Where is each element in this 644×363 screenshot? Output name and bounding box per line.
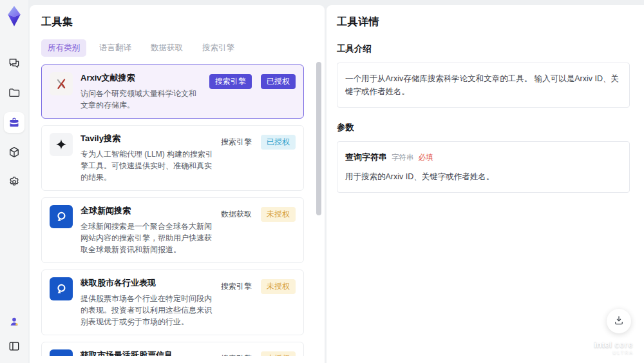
app-logo-icon xyxy=(5,5,24,27)
category-tab-0[interactable]: 所有类别 xyxy=(41,39,86,57)
tool-title: Tavily搜索 xyxy=(80,133,213,144)
tool-title: 全球新闻搜索 xyxy=(80,205,213,217)
tool-list-item[interactable]: Tavily搜索 专为人工智能代理 (LLM) 构建的搜索引擎工具。可快速提供实… xyxy=(41,125,304,191)
tool-status-badge: 已授权 xyxy=(261,74,296,89)
sparkle-icon xyxy=(50,133,73,156)
tool-category-badge: 搜索引擎 xyxy=(221,279,252,294)
category-tab-3[interactable]: 搜索引擎 xyxy=(196,39,241,57)
tools-panel: 工具集 所有类别语言翻译数据获取搜索引擎 Arxiv文献搜索 访问各个研究领域大… xyxy=(30,5,325,363)
collapse-panel-icon[interactable] xyxy=(4,336,24,357)
sidebar-item-chat[interactable] xyxy=(4,53,24,74)
category-tab-2[interactable]: 数据获取 xyxy=(144,39,189,57)
tool-status-badge: 已授权 xyxy=(261,135,296,150)
app-sidebar xyxy=(0,0,28,363)
tool-list-item[interactable]: 全球新闻搜索 全球新闻搜索是一个聚合全球各大新闻网站内容的搜索引擎，帮助用户快速… xyxy=(41,197,304,263)
tool-description: 提供股票市场各个行业在特定时间段内的表现。投资者可以利用这些信息来识别表现优于或… xyxy=(80,293,213,328)
tool-list-item[interactable]: 获取市场最活跃股票信息 提供当天交易量最高的股票列表，投资者可以利用这些信息来识… xyxy=(41,342,304,356)
intel-wordmark: intel xyxy=(594,340,612,349)
tool-status-badge: 未授权 xyxy=(261,207,296,222)
tool-list-item[interactable]: 获取股市各行业表现 提供股票市场各个行业在特定时间段内的表现。投资者可以利用这些… xyxy=(41,270,304,335)
scrollbar-track[interactable] xyxy=(316,61,321,360)
sidebar-item-folder[interactable] xyxy=(4,83,24,103)
tool-category-badge: 数据获取 xyxy=(221,207,252,222)
tool-details-panel: 工具详情 工具介绍 一个用于从Arxiv存储库搜索科学论文和文章的工具。 输入可… xyxy=(327,5,644,363)
download-button[interactable] xyxy=(607,309,631,333)
download-icon xyxy=(613,315,625,328)
tool-description: 访问各个研究领域大量科学论文和文章的存储库。 xyxy=(80,88,202,111)
q-logo-icon xyxy=(50,205,73,228)
tool-status-badge: 未授权 xyxy=(261,279,296,294)
arxiv-logo-icon xyxy=(50,72,73,95)
tool-description: 全球新闻搜索是一个聚合全球各大新闻网站内容的搜索引擎，帮助用户快速获取全球最新资… xyxy=(80,221,213,255)
q-logo-icon xyxy=(50,349,73,356)
param-box: 查询字符串 字符串 必填 用于搜索的Arxiv ID、关键字或作者姓名。 xyxy=(337,141,630,193)
intro-heading: 工具介绍 xyxy=(337,43,630,55)
tool-description: 专为人工智能代理 (LLM) 构建的搜索引擎工具。可快速提供实时、准确和真实的结… xyxy=(80,148,213,183)
intel-core-badge: intel core ULTRA xyxy=(594,338,634,355)
tool-title: 获取市场最活跃股票信息 xyxy=(80,349,213,356)
tool-category-badge: 搜索引擎 xyxy=(221,351,252,356)
core-wordmark: core xyxy=(615,340,634,349)
category-tabs: 所有类别语言翻译数据获取搜索引擎 xyxy=(41,39,313,57)
tool-list-item[interactable]: Arxiv文献搜索 访问各个研究领域大量科学论文和文章的存储库。 搜索引擎 已授… xyxy=(41,64,304,119)
param-description: 用于搜索的Arxiv ID、关键字或作者姓名。 xyxy=(345,170,621,183)
profile-avatar-icon[interactable] xyxy=(4,311,24,332)
sidebar-item-cube[interactable] xyxy=(4,142,24,162)
tool-category-badge: 搜索引擎 xyxy=(221,135,252,150)
q-logo-icon xyxy=(50,277,73,300)
page-title: 工具集 xyxy=(41,15,313,29)
param-type: 字符串 xyxy=(392,152,414,163)
ultra-wordmark: ULTRA xyxy=(594,350,634,355)
tool-title: Arxiv文献搜索 xyxy=(80,72,202,84)
tool-title: 获取股市各行业表现 xyxy=(80,277,213,289)
intro-text-box: 一个用于从Arxiv存储库搜索科学论文和文章的工具。 输入可以是Arxiv ID… xyxy=(337,63,630,108)
sidebar-item-toolbox[interactable] xyxy=(4,112,24,133)
tool-category-badge: 搜索引擎 xyxy=(209,74,252,89)
param-name: 查询字符串 xyxy=(345,151,387,164)
sidebar-item-settings[interactable] xyxy=(4,172,24,192)
param-required-flag: 必填 xyxy=(419,152,433,163)
params-heading: 参数 xyxy=(337,122,630,133)
details-title: 工具详情 xyxy=(337,15,630,29)
tool-status-badge: 未授权 xyxy=(261,351,296,356)
tool-list: Arxiv文献搜索 访问各个研究领域大量科学论文和文章的存储库。 搜索引擎 已授… xyxy=(41,64,313,356)
scrollbar-thumb[interactable] xyxy=(316,62,321,215)
category-tab-1[interactable]: 语言翻译 xyxy=(93,39,138,57)
